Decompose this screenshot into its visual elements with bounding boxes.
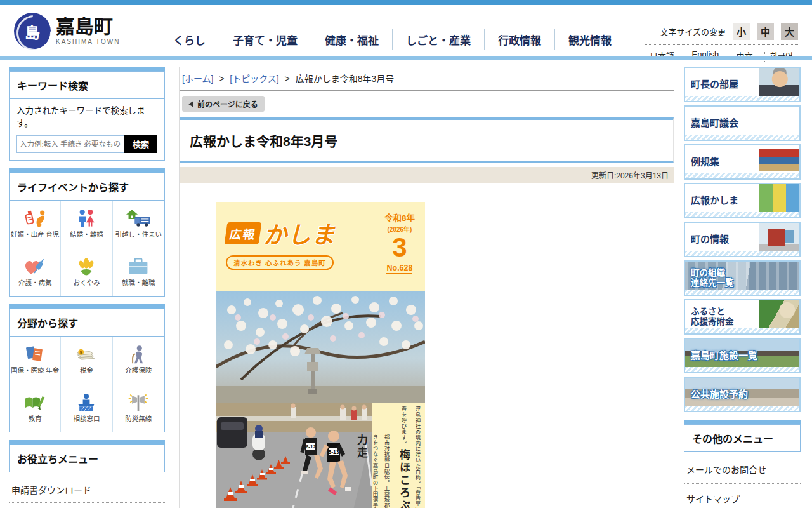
caption-title: 力走 bbox=[355, 434, 367, 460]
menu-item-garbage[interactable]: ごみ・リサイクル bbox=[9, 503, 165, 508]
keyword-search-panel: キーワード検索 入力されたキーワードで検索します。 検索 bbox=[9, 67, 165, 161]
furusato-photo bbox=[759, 300, 799, 328]
panel-accent-strip bbox=[9, 67, 165, 71]
font-size-small-button[interactable]: 小 bbox=[733, 23, 750, 40]
breadcrumb-home[interactable]: [ホーム] bbox=[182, 74, 213, 84]
loudspeaker-icon bbox=[127, 392, 150, 413]
magazine-cover-image: 広報 かしま 清水わき 心ふれあう 嘉島町 令和8年 (2026年) 3 No.… bbox=[216, 202, 425, 508]
category-disaster-radio[interactable]: 防災無線 bbox=[113, 384, 164, 432]
search-button[interactable]: 検索 bbox=[124, 135, 157, 153]
runners-photo: 8-12 8-13 bbox=[216, 403, 372, 508]
banner-stripe bbox=[685, 290, 799, 295]
category-insurance-pension[interactable]: 国保・医療 年金 bbox=[10, 337, 61, 384]
useful-menu-list: 申請書ダウンロード ごみ・リサイクル 町からのお知らせ bbox=[9, 476, 165, 508]
other-menu-panel: その他のメニュー メールでのお問合せ サイトマップ bbox=[684, 420, 801, 508]
site-logo[interactable]: 島 嘉島町 KASHIMA TOWN bbox=[14, 13, 120, 50]
nav-item-kankou[interactable]: 観光情報 bbox=[554, 29, 625, 50]
caption-title: 梅ほころぶ bbox=[398, 449, 410, 508]
menu-item-sitemap[interactable]: サイトマップ bbox=[684, 484, 801, 508]
town-building-photo bbox=[759, 223, 799, 251]
books-photo bbox=[759, 145, 799, 173]
site-header: 島 嘉島町 KASHIMA TOWN くらし 子育て・児童 健康・福祉 しごと・… bbox=[0, 5, 812, 56]
categories-panel: 分野から探す 国保・医療 年金 bbox=[9, 304, 165, 432]
banner-organization-contacts[interactable]: 町の組織 連絡先一覧 bbox=[684, 260, 801, 296]
svg-text:8-13: 8-13 bbox=[328, 449, 339, 455]
keyword-search-description: 入力されたキーワードで検索します。 bbox=[16, 105, 157, 131]
house-truck-icon bbox=[126, 208, 151, 229]
panel-accent-strip bbox=[9, 304, 165, 309]
menu-item-download[interactable]: 申請書ダウンロード bbox=[9, 476, 165, 503]
panel-accent-strip bbox=[9, 168, 165, 173]
font-size-large-button[interactable]: 大 bbox=[781, 23, 798, 40]
category-consultation[interactable]: 相談窓口 bbox=[61, 384, 112, 432]
banner-town-info[interactable]: 町の情報 bbox=[684, 222, 801, 257]
other-menu-list: メールでのお問合せ サイトマップ bbox=[684, 455, 801, 508]
nav-item-kurashi[interactable]: くらし bbox=[160, 29, 219, 50]
banner-stripe bbox=[685, 406, 799, 411]
panel-accent-strip bbox=[9, 440, 165, 444]
magazine-date-block: 令和8年 (2026年) 3 No.628 bbox=[384, 211, 415, 274]
town-emblem-icon: 島 bbox=[14, 13, 51, 50]
marriage-couple-icon bbox=[75, 208, 98, 229]
right-sidebar: 町長の部屋 嘉島町議会 例規集 広報かしま 町の情報 町の組織 連絡先一覧 ふる… bbox=[684, 67, 801, 508]
banner-kouhou-kashima[interactable]: 広報かしま bbox=[684, 183, 801, 218]
font-size-medium-button[interactable]: 中 bbox=[757, 23, 774, 40]
magazine-logo-prefix: 広報 bbox=[225, 222, 262, 244]
page-title-box: 広報かしま令和8年3月号 bbox=[180, 117, 674, 163]
elderly-cane-icon bbox=[128, 344, 148, 364]
magazine-month: 3 bbox=[384, 234, 415, 262]
magazine-issue-number: No.628 bbox=[386, 264, 412, 274]
nav-item-shigoto[interactable]: しごと・産業 bbox=[392, 29, 484, 50]
category-education[interactable]: 教育 bbox=[10, 384, 61, 432]
category-tax[interactable]: ¥ 税金 bbox=[61, 337, 112, 384]
nav-item-kenkou[interactable]: 健康・福祉 bbox=[311, 29, 392, 50]
main-nav: くらし 子育て・児童 健康・福祉 しごと・産業 行政情報 観光情報 bbox=[160, 29, 625, 50]
cover-caption-run: 都市対抗熊日駅伝。上益城郡のたすきをつなぐ嘉島町の下田選手(右) 力走 bbox=[353, 434, 392, 508]
top-accent-bar bbox=[0, 0, 812, 5]
svg-text:¥: ¥ bbox=[80, 350, 83, 356]
header-divider-bar bbox=[0, 56, 812, 60]
banner-stripe bbox=[685, 173, 799, 178]
banner-stripe bbox=[685, 135, 799, 140]
plum-blossom-photo bbox=[216, 291, 425, 403]
life-event-condolence[interactable]: おくやみ bbox=[61, 248, 112, 296]
banner-mayors-room[interactable]: 町長の部屋 bbox=[684, 67, 801, 102]
life-event-marriage[interactable]: 結婚・離婚 bbox=[61, 201, 112, 248]
categories-title: 分野から探す bbox=[10, 309, 164, 337]
magazine-logo-name: かしま bbox=[263, 216, 336, 250]
useful-menu-title: お役立ちメニュー bbox=[10, 445, 164, 472]
life-event-pregnancy[interactable]: 妊娠・出産 育児 bbox=[10, 201, 61, 248]
consultation-desk-icon bbox=[75, 392, 98, 413]
banner-facility-reservation[interactable]: 公共施設予約 bbox=[684, 377, 801, 412]
mayor-photo bbox=[759, 68, 799, 96]
menu-item-mail-contact[interactable]: メールでのお問合せ bbox=[684, 455, 801, 484]
briefcase-icon bbox=[127, 257, 150, 277]
life-event-care-illness[interactable]: 介護・病気 bbox=[10, 248, 61, 296]
keyword-search-title: キーワード検索 bbox=[10, 72, 164, 99]
banner-furusato-donation[interactable]: ふるさと 応援寄附金 bbox=[684, 299, 801, 335]
search-input[interactable] bbox=[16, 135, 124, 153]
category-care-insurance[interactable]: 介護保険 bbox=[113, 337, 164, 384]
magazine-tagline: 清水わき 心ふれあう 嘉島町 bbox=[226, 255, 334, 270]
banner-stripe bbox=[685, 212, 799, 217]
breadcrumb-topics[interactable]: [トピックス] bbox=[230, 74, 278, 84]
heart-syringe-icon bbox=[23, 257, 47, 277]
nav-item-kosodate[interactable]: 子育て・児童 bbox=[219, 29, 311, 50]
nav-item-gyousei[interactable]: 行政情報 bbox=[484, 29, 554, 50]
banner-stripe bbox=[685, 367, 799, 372]
other-menu-title: その他のメニュー bbox=[684, 425, 800, 451]
page-title: 広報かしま令和8年3月号 bbox=[190, 131, 664, 150]
life-events-panel: ライフイベントから探す 妊娠・出産 育児 bbox=[9, 168, 165, 297]
life-event-moving[interactable]: 引越し・住まい bbox=[113, 201, 164, 248]
council-photo bbox=[759, 107, 799, 135]
life-events-title: ライフイベントから探す bbox=[10, 173, 164, 201]
panel-accent-strip bbox=[684, 420, 801, 424]
banner-stripe bbox=[685, 251, 799, 256]
banner-town-council[interactable]: 嘉島町議会 bbox=[684, 105, 801, 141]
back-button[interactable]: 前のページに戻る bbox=[182, 96, 265, 112]
magazine-logo: 広報 かしま 清水わき 心ふれあう 嘉島町 bbox=[226, 216, 336, 270]
banner-facilities-list[interactable]: 嘉島町施設一覧 bbox=[684, 338, 801, 373]
life-event-employment[interactable]: 就職・離職 bbox=[113, 248, 164, 296]
banner-regulations[interactable]: 例規集 bbox=[684, 144, 801, 180]
breadcrumb: [ホーム] > [トピックス] > 広報かしま令和8年3月号 bbox=[180, 67, 674, 91]
